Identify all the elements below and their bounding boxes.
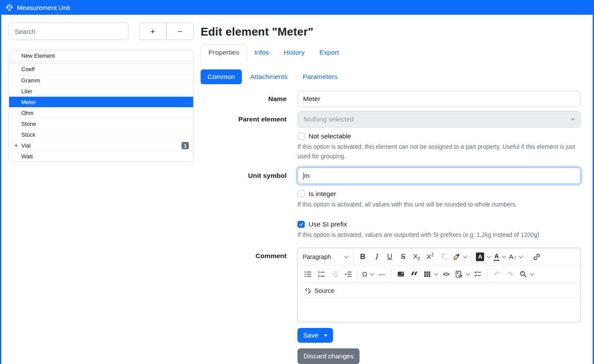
comment-editor: ParagraphBIUSX2X2TxAAA 12Ω—“<>↶↷ Source <box>297 248 581 322</box>
numbered-list-icon[interactable]: 12 <box>314 267 328 281</box>
subtab-common[interactable]: Common <box>201 69 242 84</box>
page-frame: + − New Element CoeffGrammLiterMeterOhmS… <box>0 15 594 364</box>
parent-element-select[interactable]: Nothing selected <box>297 111 581 128</box>
is-integer-help: If this option is activated, all values … <box>297 200 581 210</box>
blockquote-icon[interactable]: “ <box>408 267 421 281</box>
use-si-prefix-checkbox[interactable] <box>297 221 305 228</box>
sidebar-item-label: Vial <box>21 142 30 149</box>
sidebar-item-gramm[interactable]: Gramm <box>9 75 193 85</box>
source-button[interactable]: Source <box>301 285 337 296</box>
font-size-icon[interactable]: A <box>507 250 524 263</box>
inline-code-icon[interactable]: <> <box>439 267 453 281</box>
italic-icon[interactable]: I <box>370 250 383 263</box>
sidebar-item-label: Ohm <box>21 110 33 116</box>
save-button-label: Save <box>303 331 318 339</box>
find-replace-icon[interactable] <box>517 267 535 281</box>
insert-image-icon[interactable] <box>394 267 408 281</box>
chevron-down-icon <box>519 254 523 258</box>
is-integer-checkbox[interactable] <box>297 190 305 198</box>
subtab-attachments[interactable]: Attachments <box>243 69 294 84</box>
not-selectable-checkbox[interactable] <box>297 133 305 140</box>
indent-icon[interactable] <box>341 267 355 281</box>
collapse-all-button[interactable]: − <box>166 23 194 40</box>
app-title: Measurement Unit <box>17 4 70 11</box>
chevron-down-icon <box>502 254 506 258</box>
sidebar-item-vial[interactable]: +Vial1 <box>9 140 193 151</box>
todo-list-icon[interactable] <box>471 267 485 281</box>
paragraph-style-dropdown[interactable]: Paragraph <box>301 250 350 263</box>
comment-label: Comment <box>201 248 287 260</box>
special-characters-icon[interactable]: Ω <box>360 267 375 281</box>
bold-icon[interactable]: B <box>356 250 370 263</box>
main-content: Edit element "Meter" PropertiesInfosHist… <box>194 15 593 364</box>
subscript-icon[interactable]: X2 <box>410 250 423 263</box>
page-title: Edit element "Meter" <box>201 25 584 39</box>
toolbar-separator <box>487 269 488 279</box>
remove-format-icon[interactable]: Tx <box>437 250 450 263</box>
discard-changes-button[interactable]: Discard changes <box>297 348 360 364</box>
search-input[interactable] <box>9 23 129 40</box>
sidebar-item-st-ck[interactable]: Stück <box>9 129 193 140</box>
not-selectable-label: Not selectable <box>309 132 351 140</box>
tab-export[interactable]: Export <box>312 45 346 62</box>
save-button[interactable]: Save <box>297 328 333 343</box>
font-color-icon[interactable]: A <box>492 250 507 263</box>
sidebar-item-label: Gramm <box>21 77 40 84</box>
toolbar-separator <box>357 269 358 279</box>
sidebar-item-ohm[interactable]: Ohm <box>9 107 193 118</box>
edit-form: Name Parent element Nothing selected Not… <box>201 91 584 364</box>
subtab-parameters[interactable]: Parameters <box>296 69 344 84</box>
source-edit-icon <box>304 286 312 295</box>
sidebar-item-liter[interactable]: Liter <box>9 85 193 96</box>
outdent-icon[interactable] <box>328 267 341 281</box>
strikethrough-icon[interactable]: S <box>396 250 410 263</box>
sidebar: + − New Element CoeffGrammLiterMeterOhmS… <box>1 15 194 364</box>
sidebar-item-label: New Element <box>21 52 55 59</box>
source-button-label: Source <box>314 287 334 294</box>
sidebar-item-meter[interactable]: Meter <box>9 96 193 107</box>
insert-table-icon[interactable] <box>421 267 439 281</box>
svg-text:2: 2 <box>318 274 320 278</box>
highlight-marker-icon[interactable] <box>450 250 469 263</box>
chevron-down-icon <box>571 118 574 121</box>
tab-properties[interactable]: Properties <box>201 44 247 62</box>
redo-icon[interactable]: ↷ <box>504 267 517 281</box>
name-field[interactable] <box>297 91 581 107</box>
unit-symbol-field[interactable]: m <box>297 167 581 184</box>
chevron-down-icon <box>465 271 470 275</box>
element-list: CoeffGrammLiterMeterOhmStoneStück+Vial1W… <box>9 63 194 162</box>
sidebar-toolbar: + − <box>9 23 194 40</box>
save-dropdown-caret-icon[interactable] <box>324 334 327 337</box>
superscript-icon[interactable]: X2 <box>423 250 437 263</box>
expand-icon[interactable]: + <box>13 142 19 149</box>
code-block-icon[interactable] <box>453 267 471 281</box>
sidebar-item-coeff[interactable]: Coeff <box>9 64 193 75</box>
font-background-color-icon[interactable]: A <box>474 250 492 263</box>
underline-icon[interactable]: U <box>383 250 396 263</box>
toolbar-separator <box>471 251 472 262</box>
unit-symbol-value: m <box>304 172 310 180</box>
toolbar-separator <box>527 251 527 262</box>
svg-text:1: 1 <box>318 270 320 274</box>
tab-history[interactable]: History <box>276 45 312 62</box>
bulleted-list-icon[interactable] <box>301 267 314 281</box>
chevron-down-icon <box>463 254 468 258</box>
link-icon[interactable] <box>530 250 543 263</box>
toolbar-separator <box>391 269 392 279</box>
editor-toolbar-row-3: Source <box>298 283 580 298</box>
sidebar-item-watt[interactable]: Watt <box>9 151 193 161</box>
chevron-down-icon <box>370 271 374 275</box>
paragraph-style-label: Paragraph <box>303 253 331 260</box>
undo-icon[interactable]: ↶ <box>490 267 504 281</box>
use-si-prefix-label: Use SI prefix <box>309 220 347 228</box>
chevron-down-icon <box>487 254 491 258</box>
expand-all-button[interactable]: + <box>139 23 166 40</box>
tab-infos[interactable]: Infos <box>247 45 277 62</box>
horizontal-line-icon[interactable]: — <box>375 267 389 281</box>
chevron-down-icon <box>434 271 438 275</box>
sidebar-item-stone[interactable]: Stone <box>9 118 193 129</box>
editor-content-area[interactable] <box>298 298 580 322</box>
sidebar-item-new-element[interactable]: New Element <box>9 50 193 61</box>
parent-element-label: Parent element <box>201 115 287 123</box>
sidebar-item-label: Stone <box>21 121 36 127</box>
